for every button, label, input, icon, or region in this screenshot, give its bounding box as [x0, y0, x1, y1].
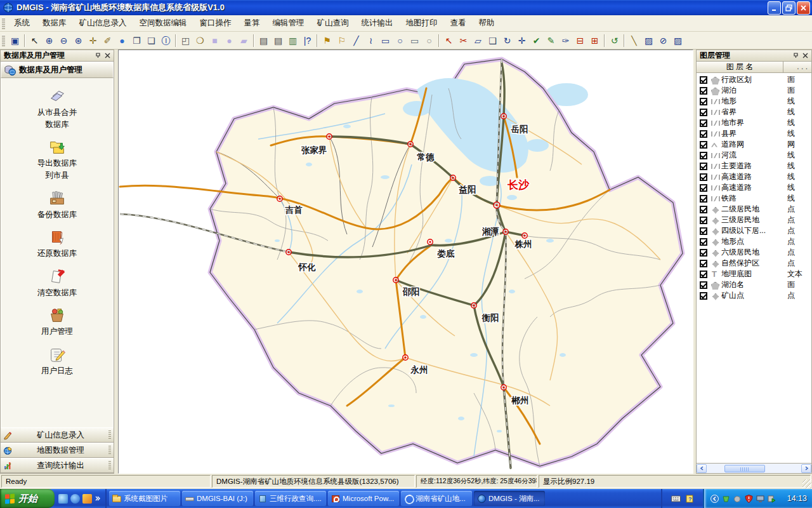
- launch-mail-icon[interactable]: [82, 494, 92, 504]
- measure-distance-button[interactable]: ✑: [558, 34, 573, 48]
- validate-feature-button[interactable]: ✔: [529, 34, 544, 48]
- layer-checkbox[interactable]: [700, 260, 707, 267]
- move-feature-button[interactable]: ✛: [514, 34, 529, 48]
- select-by-box-button[interactable]: ▱: [471, 34, 485, 48]
- layer-checkbox[interactable]: [700, 271, 707, 278]
- clock[interactable]: 14:13: [787, 494, 807, 503]
- antivirus-icon[interactable]: [722, 495, 730, 503]
- draw-ellipse-button[interactable]: ○: [393, 34, 407, 48]
- draw-line-button[interactable]: ╱: [349, 34, 363, 48]
- refresh-view-button[interactable]: ✐: [100, 34, 115, 48]
- pin-icon[interactable]: [791, 51, 801, 60]
- layer-row[interactable]: 三级居民地点: [697, 215, 811, 225]
- layer-row[interactable]: 二级居民地点: [697, 204, 811, 215]
- restore-database-item[interactable]: 还原数据库: [1, 228, 113, 259]
- fill-rectangle-button[interactable]: ■: [207, 34, 222, 48]
- layer-row[interactable]: 矿山点点: [697, 290, 811, 301]
- layer-checkbox[interactable]: [700, 87, 707, 95]
- close-button[interactable]: [797, 1, 810, 15]
- layer-checkbox[interactable]: [700, 152, 707, 159]
- user-log-item[interactable]: 用户日志: [1, 345, 113, 377]
- layer-row[interactable]: 自然保护区点: [697, 258, 811, 269]
- layer-checkbox[interactable]: [700, 141, 707, 149]
- layer-checkbox[interactable]: [700, 109, 707, 116]
- hatch-polygon-button[interactable]: ▨: [671, 34, 685, 48]
- cascade-windows-button[interactable]: ❐: [129, 34, 144, 48]
- layer-row[interactable]: 湖泊名面: [697, 279, 811, 290]
- layer-checkbox[interactable]: [700, 195, 707, 203]
- layer-checkbox[interactable]: [700, 206, 707, 213]
- layer-row[interactable]: 县界线: [697, 128, 811, 139]
- hatch-rectangle-button[interactable]: ▨: [641, 34, 656, 48]
- layer-checkbox[interactable]: [700, 173, 707, 181]
- info-tool-button[interactable]: Ⓘ: [159, 34, 173, 48]
- export-image-button[interactable]: ▥: [285, 34, 300, 48]
- rotate-feature-button[interactable]: ↻: [500, 34, 514, 48]
- scroll-right-icon[interactable]: [801, 464, 811, 473]
- split-segments-button[interactable]: ⊞: [587, 34, 602, 48]
- backup-database-item[interactable]: 备份数据库: [1, 189, 113, 220]
- layer-more-column-header[interactable]: . . .: [783, 62, 811, 72]
- export-database-item[interactable]: 导出数据库 到市县: [1, 138, 113, 180]
- toolbar-grip[interactable]: [2, 35, 5, 46]
- layer-checkbox[interactable]: [700, 292, 707, 300]
- clear-database-item[interactable]: 清空数据库: [1, 267, 113, 298]
- select-tool-button[interactable]: ↖: [27, 34, 42, 48]
- taskbar-task[interactable]: DMGIS - 湖南...: [474, 491, 545, 506]
- layer-checkbox[interactable]: [700, 227, 707, 235]
- user-management-item[interactable]: 用户管理: [1, 306, 113, 337]
- menu-grip[interactable]: [2, 18, 5, 29]
- close-panel-icon[interactable]: [801, 51, 810, 60]
- restore-button[interactable]: [782, 1, 796, 15]
- layer-row[interactable]: 行政区划面: [697, 74, 811, 85]
- map-canvas[interactable]: 张家界常德岳阳益阳长沙吉首湘潭株州娄底怀化邵阳衡阳永州郴州: [119, 50, 693, 473]
- menu-item-4[interactable]: 空间数据编辑: [133, 15, 193, 31]
- layer-checkbox[interactable]: [700, 281, 707, 289]
- keyboard-icon[interactable]: [671, 495, 681, 503]
- pan-tool-button[interactable]: ✛: [86, 34, 100, 48]
- layer-row[interactable]: 河流线: [697, 150, 811, 161]
- taskbar-task[interactable]: 系统截图图片: [109, 491, 180, 506]
- layer-row[interactable]: 地市界线: [697, 117, 811, 128]
- layer-row[interactable]: 省界线: [697, 107, 811, 117]
- menu-item-9[interactable]: 统计输出: [355, 15, 400, 31]
- print-preview-button[interactable]: ◰: [178, 34, 193, 48]
- fill-polygon-button[interactable]: ▰: [237, 34, 251, 48]
- taskbar-task[interactable]: 三维行政查询....: [255, 491, 326, 506]
- hide-icons-chevron[interactable]: [710, 495, 719, 503]
- layer-row[interactable]: 主要道路线: [697, 161, 811, 171]
- zoom-in-button[interactable]: ⊕: [42, 34, 56, 48]
- edit-select-button[interactable]: ↖: [442, 34, 456, 48]
- launch-app-icon[interactable]: [58, 494, 68, 504]
- copy-feature-button[interactable]: ❑: [485, 34, 500, 48]
- layer-checkbox[interactable]: [700, 130, 707, 138]
- start-button[interactable]: 开始: [0, 489, 55, 508]
- draw-rectangle-button[interactable]: ▭: [378, 34, 393, 48]
- map-viewport[interactable]: 张家界常德岳阳益阳长沙吉首湘潭株州娄底怀化邵阳衡阳永州郴州: [118, 50, 693, 474]
- menu-item-11[interactable]: 查看: [444, 15, 473, 31]
- layer-row[interactable]: 四级以下居...点: [697, 225, 811, 236]
- layer-row[interactable]: 高速道路线: [697, 171, 811, 182]
- layer-checkbox[interactable]: [700, 98, 707, 105]
- open-project-button[interactable]: ▣: [8, 34, 22, 48]
- display-icon[interactable]: [756, 495, 764, 503]
- layer-row[interactable]: 地理底图文本: [697, 269, 811, 279]
- layer-checkbox[interactable]: [700, 163, 707, 170]
- draw-circle-button[interactable]: ○: [422, 34, 436, 48]
- layer-checkbox[interactable]: [700, 119, 707, 127]
- zoom-out-button[interactable]: ⊖: [56, 34, 71, 48]
- menu-item-10[interactable]: 地图打印: [400, 15, 444, 31]
- edit-attributes-button[interactable]: ✎: [544, 34, 558, 48]
- layer-checkbox[interactable]: [700, 184, 707, 192]
- layer-name-column-header[interactable]: 图 层 名: [697, 62, 783, 72]
- cut-feature-button[interactable]: ✂: [456, 34, 471, 48]
- menu-item-7[interactable]: 编辑管理: [266, 15, 311, 31]
- taskbar-task[interactable]: 湖南省矿山地...: [401, 491, 472, 506]
- layer-row[interactable]: 地形点点: [697, 236, 811, 247]
- merge-segments-button[interactable]: ⊟: [573, 34, 587, 48]
- resize-grip[interactable]: [802, 479, 811, 488]
- globe-view-button[interactable]: ●: [115, 34, 129, 48]
- draw-polyline-points-button[interactable]: ╲: [627, 34, 641, 48]
- menu-item-8[interactable]: 矿山查询: [311, 15, 355, 31]
- area-select-button[interactable]: ❍: [193, 34, 207, 48]
